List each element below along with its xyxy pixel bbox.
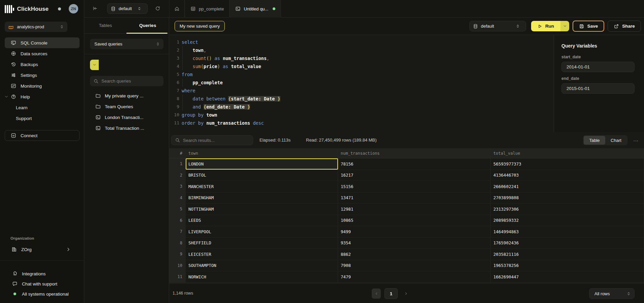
search-results-input[interactable]: Search results... (171, 135, 253, 145)
code-line[interactable]: 5from (169, 70, 554, 79)
table-cell[interactable]: 7908 (338, 260, 491, 271)
sidebar-item-organization[interactable]: ZOrg (5, 244, 80, 255)
table-cell[interactable]: BRISTOL (186, 170, 338, 181)
database-select[interactable]: default (107, 3, 148, 14)
refresh-icon[interactable] (155, 6, 160, 11)
table-cell[interactable]: 1765902436 (491, 238, 644, 249)
table-cell[interactable]: LEICESTER (186, 249, 338, 260)
add-service-button[interactable] (72, 23, 80, 30)
table-cell[interactable]: 1662690447 (491, 271, 644, 282)
table-cell[interactable]: 78156 (338, 158, 491, 170)
table-cell[interactable]: 4136446703 (491, 170, 644, 181)
column-header-index[interactable]: # (169, 149, 186, 158)
table-cell[interactable]: 16217 (338, 170, 491, 181)
table-cell[interactable]: LEEDS (186, 215, 338, 226)
row-index[interactable]: 1 (169, 158, 186, 170)
saved-queries-select[interactable]: Saved queries (90, 39, 163, 49)
row-index[interactable]: 7 (169, 226, 186, 237)
results-menu-button[interactable]: ... (633, 137, 639, 142)
search-queries-input[interactable]: Search queries (90, 76, 163, 86)
code-line[interactable]: 8 date between {start_date: Date } (169, 95, 554, 103)
tab-pp_complete[interactable]: pp_complete (185, 0, 229, 18)
code-line[interactable]: 11order by num_transactions desc (169, 119, 554, 127)
next-page-button[interactable] (402, 289, 410, 299)
table-cell[interactable]: SOUTHAMPTON (186, 260, 338, 271)
new-query-dropdown-button[interactable] (90, 60, 99, 70)
tab-queries[interactable]: Queries (127, 18, 169, 33)
view-toggle-table[interactable]: Table (584, 136, 605, 145)
run-database-select[interactable]: default (469, 21, 526, 31)
tab-untitledqu[interactable]: Untitled qu... (229, 0, 281, 18)
share-button[interactable]: Share (608, 21, 641, 32)
save-button[interactable]: Save (573, 21, 604, 32)
start_date-input[interactable]: 2014-01-01 (561, 62, 635, 72)
list-item[interactable]: London Transacti... (84, 112, 169, 123)
table-cell[interactable]: 10865 (338, 215, 491, 226)
sidebar-item-monitoring[interactable]: Monitoring (5, 81, 80, 91)
code-line[interactable]: 6 pp_complete (169, 79, 554, 87)
page-size-select[interactable]: All rows (589, 288, 635, 299)
code-line[interactable]: 9 and {end_date: Date } (169, 103, 554, 111)
sidebar-item-data-sources[interactable]: Data sources (5, 48, 80, 59)
table-cell[interactable]: NORWICH (186, 271, 338, 282)
table-cell[interactable]: 56593977373 (491, 158, 644, 170)
sidebar-item-help[interactable]: Help (5, 91, 80, 102)
row-index[interactable]: 9 (169, 249, 186, 260)
row-index[interactable]: 3 (169, 181, 186, 192)
code-line[interactable]: 7where (169, 87, 554, 95)
table-cell[interactable]: 2313297306 (491, 204, 644, 215)
column-header-town[interactable]: town (186, 149, 338, 158)
list-item[interactable]: Team Queries (84, 101, 169, 112)
tab-tables[interactable]: Tables (84, 18, 127, 33)
row-index[interactable]: 10 (169, 260, 186, 271)
sidebar-item-settings[interactable]: Settings (5, 70, 80, 81)
list-item[interactable]: My private query ... (84, 90, 169, 101)
table-cell[interactable]: MANCHESTER (186, 181, 338, 192)
code-line[interactable]: 10group by town (169, 111, 554, 119)
sidebar-item-chat-with-support[interactable]: Chat with support (5, 279, 80, 289)
table-cell[interactable]: 9354 (338, 238, 491, 249)
collapse-sidebar-icon[interactable] (92, 6, 98, 11)
row-index[interactable]: 5 (169, 204, 186, 215)
run-dropdown-button[interactable] (560, 21, 569, 31)
table-cell[interactable]: 15156 (338, 181, 491, 192)
table-cell[interactable]: 2035821116 (491, 249, 644, 260)
code-line[interactable]: 4 sum(price) as total_value (169, 62, 554, 70)
code-line[interactable]: 3 count() as num_transactions, (169, 54, 554, 62)
sidebar-item-backups[interactable]: Backups (5, 59, 80, 70)
table-cell[interactable]: 9499 (338, 226, 491, 237)
table-cell[interactable]: 2660602241 (491, 181, 644, 192)
table-cell[interactable]: SHEFFIELD (186, 238, 338, 249)
sql-editor[interactable]: 1select2 town,3 count() as num_transacti… (169, 35, 554, 132)
table-cell[interactable]: LONDON (186, 158, 338, 170)
sidebar-item-all-systems-operational[interactable]: All systems operational (5, 289, 80, 299)
table-cell[interactable]: 12981 (338, 204, 491, 215)
table-cell[interactable]: BIRMINGHAM (186, 192, 338, 204)
table-cell[interactable]: 13471 (338, 192, 491, 204)
sidebar-item-learn[interactable]: Learn (5, 102, 80, 113)
table-cell[interactable]: 7479 (338, 271, 491, 282)
run-button[interactable]: Run (531, 21, 560, 31)
column-header-num_transactions[interactable]: num_transactions (338, 149, 491, 158)
code-line[interactable]: 2 town, (169, 46, 554, 54)
avatar[interactable]: ZN (69, 4, 78, 13)
service-select[interactable]: aws analytics-prod (5, 22, 67, 32)
row-index[interactable]: 2 (169, 170, 186, 181)
row-index[interactable]: 8 (169, 238, 186, 249)
tab-home[interactable] (169, 0, 185, 18)
row-index[interactable]: 6 (169, 215, 186, 226)
saved-query-tab[interactable]: My new saved query (175, 21, 225, 31)
table-cell[interactable]: 1965378256 (491, 260, 644, 271)
table-cell[interactable]: 2089859332 (491, 215, 644, 226)
column-header-total_value[interactable]: total_value (491, 149, 644, 158)
sidebar-item-sql-console[interactable]: SQL Console (5, 37, 80, 48)
row-index[interactable]: 4 (169, 192, 186, 204)
table-cell[interactable]: 1464994863 (491, 226, 644, 237)
table-cell[interactable]: 8862 (338, 249, 491, 260)
sidebar-item-support[interactable]: Support (5, 113, 80, 124)
table-cell[interactable]: LIVERPOOL (186, 226, 338, 237)
previous-page-button[interactable] (372, 289, 381, 299)
end_date-input[interactable]: 2015-01-01 (561, 83, 635, 94)
code-line[interactable]: 1select (169, 38, 554, 46)
table-cell[interactable]: NOTTINGHAM (186, 204, 338, 215)
